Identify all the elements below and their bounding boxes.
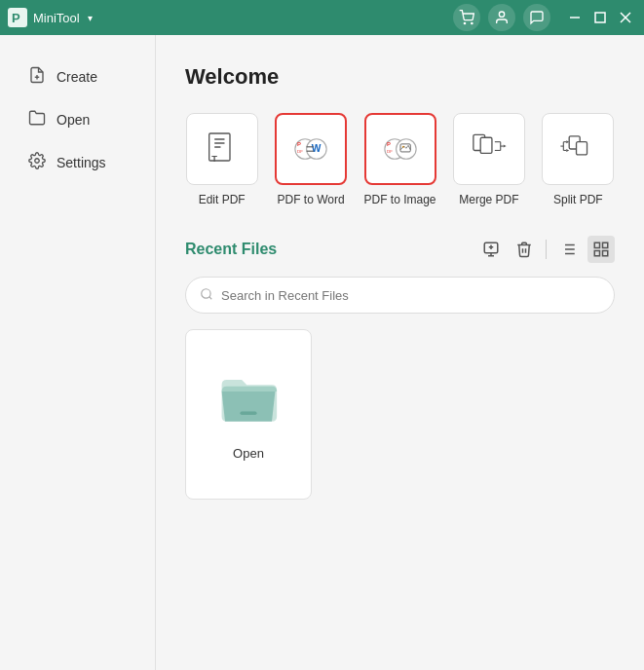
merge-pdf-icon-box — [453, 113, 525, 185]
titlebar-controls — [453, 4, 636, 31]
svg-text:P: P — [387, 141, 391, 147]
app-title: MiniTool — [33, 11, 80, 25]
sidebar-item-open[interactable]: Open — [8, 99, 147, 140]
svg-text:DF: DF — [387, 149, 393, 154]
titlebar: P MiniTool ▾ — [0, 0, 644, 35]
recent-add-button[interactable] — [477, 236, 505, 263]
close-button[interactable] — [615, 7, 636, 28]
actions-divider — [546, 240, 547, 259]
sidebar-item-create[interactable]: Create — [8, 56, 147, 97]
recent-delete-button[interactable] — [511, 236, 538, 263]
svg-rect-43 — [577, 142, 587, 155]
title-dropdown-arrow[interactable]: ▾ — [88, 13, 93, 23]
window-controls — [564, 7, 636, 28]
sidebar: Create Open Settings — [0, 35, 156, 670]
grid-view-button[interactable] — [587, 236, 615, 263]
tool-edit-pdf[interactable]: T Edit PDF — [185, 113, 258, 206]
pdf-to-image-label: PDF to Image — [364, 193, 436, 206]
sidebar-create-label: Create — [57, 69, 97, 85]
list-view-button[interactable] — [554, 236, 582, 263]
pdf-to-image-icon-box: P DF — [364, 113, 436, 185]
sidebar-open-label: Open — [57, 112, 90, 128]
svg-point-2 — [472, 22, 473, 23]
tool-pdf-to-image[interactable]: P DF PDF to Image — [363, 113, 436, 206]
user-button[interactable] — [488, 4, 515, 31]
search-icon — [200, 287, 213, 304]
svg-rect-30 — [480, 137, 492, 153]
maximize-button[interactable] — [589, 7, 611, 28]
svg-rect-13 — [214, 142, 225, 143]
svg-text:T: T — [211, 154, 217, 164]
svg-marker-35 — [504, 145, 507, 148]
svg-rect-12 — [214, 138, 225, 139]
open-card-label: Open — [233, 446, 264, 461]
merge-pdf-label: Merge PDF — [459, 193, 518, 206]
cart-button[interactable] — [453, 4, 480, 31]
tool-split-pdf[interactable]: Split PDF — [542, 113, 615, 206]
svg-rect-5 — [595, 13, 605, 22]
tools-row: T Edit PDF P DF W — [185, 113, 615, 206]
sidebar-settings-label: Settings — [57, 155, 106, 170]
svg-rect-56 — [603, 242, 608, 247]
split-pdf-label: Split PDF — [553, 193, 603, 206]
split-pdf-icon-box — [542, 113, 614, 185]
edit-pdf-label: Edit PDF — [199, 193, 246, 206]
recent-files-title: Recent Files — [185, 241, 277, 258]
main-content: Welcome T Edit PDF — [156, 35, 644, 670]
pdf-to-word-label: PDF to Word — [278, 193, 345, 206]
search-bar — [185, 277, 615, 314]
recent-files-header: Recent Files — [185, 236, 615, 263]
minimize-button[interactable] — [564, 7, 586, 28]
app-body: Create Open Settings Welcome — [0, 35, 644, 670]
titlebar-left: P MiniTool ▾ — [8, 8, 93, 27]
app-logo: P — [8, 8, 27, 27]
svg-text:P: P — [12, 11, 20, 25]
svg-point-59 — [202, 288, 210, 297]
recent-actions — [477, 236, 615, 263]
folder-icon — [214, 368, 283, 430]
svg-text:P: P — [297, 141, 301, 147]
pdf-to-word-icon-box: P DF W — [275, 113, 347, 185]
search-input[interactable] — [221, 288, 600, 303]
svg-rect-58 — [603, 251, 608, 256]
edit-pdf-icon-box: T — [186, 113, 258, 185]
svg-rect-55 — [594, 242, 599, 247]
svg-rect-57 — [594, 251, 599, 256]
sidebar-item-settings[interactable]: Settings — [8, 142, 147, 183]
create-icon — [27, 66, 47, 88]
svg-point-1 — [464, 22, 465, 23]
svg-rect-14 — [214, 146, 221, 147]
chat-button[interactable] — [523, 4, 550, 31]
tool-merge-pdf[interactable]: Merge PDF — [452, 113, 525, 206]
svg-line-60 — [209, 296, 212, 299]
svg-text:DF: DF — [297, 149, 303, 154]
open-icon — [27, 109, 47, 130]
svg-rect-61 — [240, 412, 256, 415]
settings-icon — [27, 152, 47, 173]
svg-point-3 — [499, 12, 504, 17]
svg-point-10 — [35, 159, 40, 164]
welcome-title: Welcome — [185, 64, 615, 90]
svg-marker-41 — [567, 149, 570, 152]
open-file-card[interactable]: Open — [185, 329, 312, 500]
tool-pdf-to-word[interactable]: P DF W PDF to Word — [274, 113, 347, 206]
svg-text:W: W — [312, 143, 322, 154]
